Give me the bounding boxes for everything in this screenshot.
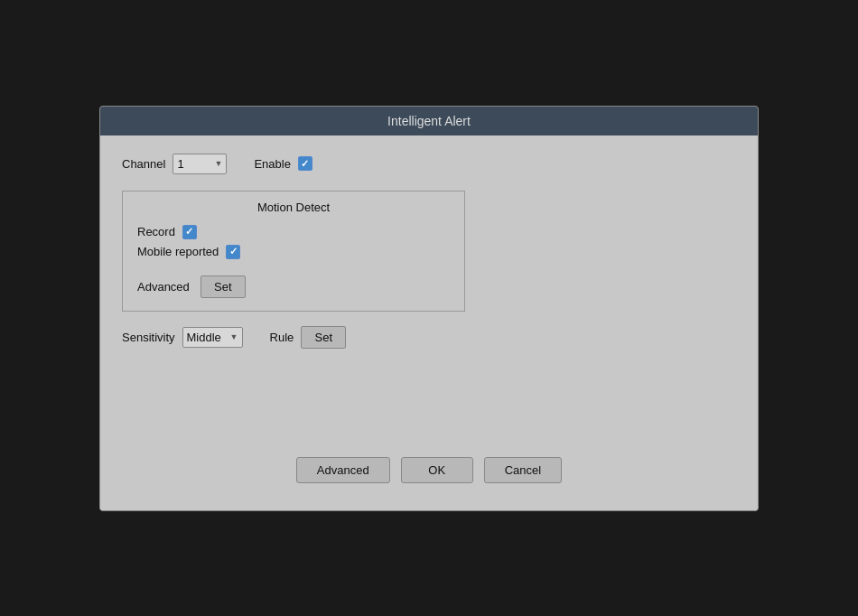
rule-set-button[interactable]: Set [301, 326, 346, 349]
dialog-titlebar: Intelligent Alert [100, 107, 758, 135]
dialog-body: Channel 1 2 3 4 Enable Motion Detect [100, 135, 758, 510]
cancel-button[interactable]: Cancel [484, 457, 562, 483]
mobile-reported-row: Mobile reported [137, 245, 450, 259]
channel-select[interactable]: 1 2 3 4 [173, 154, 227, 174]
top-row: Channel 1 2 3 4 Enable [122, 154, 736, 174]
rule-field: Rule Set [270, 326, 347, 349]
enable-label: Enable [254, 157, 290, 171]
record-row: Record [137, 225, 450, 239]
dialog-title: Intelligent Alert [387, 114, 471, 128]
sensitivity-field: Sensitivity Low Middle High [122, 327, 243, 348]
motion-detect-panel: Motion Detect Record Mobile reported Adv… [122, 191, 465, 312]
motion-advanced-label: Advanced [137, 280, 190, 294]
sensitivity-select[interactable]: Low Middle High [182, 327, 243, 348]
channel-select-wrapper[interactable]: 1 2 3 4 [173, 154, 227, 174]
record-checkbox[interactable] [182, 225, 197, 239]
motion-advanced-row: Advanced Set [137, 275, 450, 298]
sensitivity-select-wrapper[interactable]: Low Middle High [182, 327, 243, 348]
sensitivity-label: Sensitivity [122, 331, 175, 344]
advanced-button[interactable]: Advanced [296, 457, 390, 483]
enable-checkbox[interactable] [298, 156, 312, 171]
intelligent-alert-dialog: Intelligent Alert Channel 1 2 3 4 Enable [99, 106, 759, 511]
rule-label: Rule [270, 331, 294, 344]
mobile-reported-label: Mobile reported [137, 245, 219, 258]
enable-field: Enable [254, 156, 312, 171]
mobile-reported-checkbox[interactable] [226, 245, 240, 259]
motion-detect-title: Motion Detect [137, 201, 450, 214]
ok-button[interactable]: OK [401, 457, 473, 483]
channel-label: Channel [122, 157, 165, 171]
channel-field: Channel 1 2 3 4 [122, 154, 227, 174]
sensitivity-row: Sensitivity Low Middle High Rule Set [122, 326, 736, 349]
record-label: Record [137, 225, 175, 238]
motion-set-button[interactable]: Set [201, 275, 246, 298]
bottom-buttons-row: Advanced OK Cancel [122, 457, 736, 492]
